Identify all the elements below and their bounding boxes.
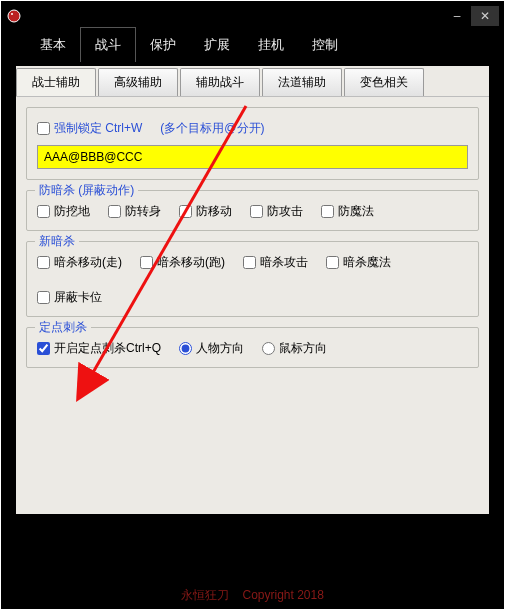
app-icon bbox=[6, 8, 22, 24]
cb-prevent-magic[interactable]: 防魔法 bbox=[321, 203, 374, 220]
force-lock-hint: (多个目标用@分开) bbox=[160, 120, 264, 137]
group-fixed-legend: 定点刺杀 bbox=[35, 319, 91, 336]
cb-prevent-move[interactable]: 防移动 bbox=[179, 203, 232, 220]
cb-enable-fixed[interactable]: 开启定点刺杀Ctrl+Q bbox=[37, 340, 161, 357]
group-force-lock: 强制锁定 Ctrl+W (多个目标用@分开) bbox=[26, 107, 479, 180]
subtab-warrior[interactable]: 战士辅助 bbox=[16, 68, 96, 96]
subtab-mage[interactable]: 法道辅助 bbox=[262, 68, 342, 96]
footer: 永恒狂刀 Copyright 2018 bbox=[2, 587, 503, 604]
main-tab-bar: 基本 战斗 保护 扩展 挂机 控制 bbox=[2, 30, 503, 62]
group-new-assassin: 新暗杀 暗杀移动(走) 暗杀移动(跑) 暗杀攻击 暗杀魔法 屏蔽卡位 bbox=[26, 241, 479, 317]
footer-copyright: Copyright 2018 bbox=[242, 588, 323, 602]
tab-combat[interactable]: 战斗 bbox=[80, 27, 136, 62]
tab-basic[interactable]: 基本 bbox=[26, 28, 80, 62]
rb-char-dir[interactable]: 人物方向 bbox=[179, 340, 244, 357]
tab-extend[interactable]: 扩展 bbox=[190, 28, 244, 62]
minimize-icon: – bbox=[454, 9, 461, 23]
close-button[interactable]: ✕ bbox=[471, 6, 499, 26]
cb-prevent-turn[interactable]: 防转身 bbox=[108, 203, 161, 220]
cb-ass-block[interactable]: 屏蔽卡位 bbox=[37, 289, 102, 306]
titlebar: – ✕ bbox=[2, 2, 503, 30]
panel-body: 强制锁定 Ctrl+W (多个目标用@分开) 防暗杀 (屏蔽动作) 防挖地 防转… bbox=[16, 96, 489, 388]
svg-point-0 bbox=[8, 10, 20, 22]
cb-prevent-attack[interactable]: 防攻击 bbox=[250, 203, 303, 220]
cb-ass-attack[interactable]: 暗杀攻击 bbox=[243, 254, 308, 271]
close-icon: ✕ bbox=[480, 9, 490, 23]
cb-force-lock-input[interactable] bbox=[37, 122, 50, 135]
subtab-advanced[interactable]: 高级辅助 bbox=[98, 68, 178, 96]
cb-ass-run[interactable]: 暗杀移动(跑) bbox=[140, 254, 225, 271]
tab-protect[interactable]: 保护 bbox=[136, 28, 190, 62]
group-prevent-legend: 防暗杀 (屏蔽动作) bbox=[35, 182, 138, 199]
force-lock-input[interactable] bbox=[37, 145, 468, 169]
rb-mouse-dir[interactable]: 鼠标方向 bbox=[262, 340, 327, 357]
cb-force-lock-label: 强制锁定 Ctrl+W bbox=[54, 120, 142, 137]
subtab-assist[interactable]: 辅助战斗 bbox=[180, 68, 260, 96]
content-panel: 战士辅助 高级辅助 辅助战斗 法道辅助 变色相关 强制锁定 Ctrl+W (多个… bbox=[16, 66, 489, 514]
subtab-color[interactable]: 变色相关 bbox=[344, 68, 424, 96]
cb-force-lock[interactable]: 强制锁定 Ctrl+W bbox=[37, 120, 142, 137]
group-prevent-kill: 防暗杀 (屏蔽动作) 防挖地 防转身 防移动 防攻击 防魔法 bbox=[26, 190, 479, 231]
tab-hangup[interactable]: 挂机 bbox=[244, 28, 298, 62]
cb-ass-magic[interactable]: 暗杀魔法 bbox=[326, 254, 391, 271]
group-fixed-kill: 定点刺杀 开启定点刺杀Ctrl+Q 人物方向 鼠标方向 bbox=[26, 327, 479, 368]
svg-point-1 bbox=[11, 13, 13, 15]
cb-prevent-dig[interactable]: 防挖地 bbox=[37, 203, 90, 220]
group-assassin-legend: 新暗杀 bbox=[35, 233, 79, 250]
app-window: – ✕ 基本 战斗 保护 扩展 挂机 控制 战士辅助 高级辅助 辅助战斗 法道辅… bbox=[1, 1, 504, 609]
minimize-button[interactable]: – bbox=[443, 6, 471, 26]
tab-control[interactable]: 控制 bbox=[298, 28, 352, 62]
cb-ass-walk[interactable]: 暗杀移动(走) bbox=[37, 254, 122, 271]
footer-brand: 永恒狂刀 bbox=[181, 588, 229, 602]
sub-tab-bar: 战士辅助 高级辅助 辅助战斗 法道辅助 变色相关 bbox=[16, 66, 489, 96]
